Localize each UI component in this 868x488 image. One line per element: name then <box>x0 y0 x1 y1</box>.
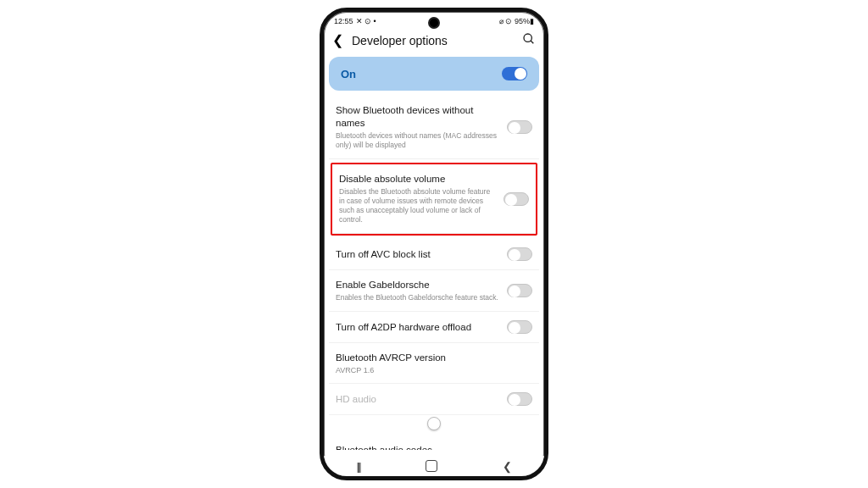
status-left-icons: ✕ ⊙ • <box>356 17 376 25</box>
svg-point-0 <box>524 34 531 42</box>
setting-row-bt-no-names[interactable]: Show Bluetooth devices without namesBlue… <box>329 96 539 159</box>
search-icon[interactable] <box>522 32 536 48</box>
setting-title: HD audio <box>336 393 498 406</box>
toggle-switch[interactable] <box>507 247 532 261</box>
setting-row-a2dp-offload[interactable]: Turn off A2DP hardware offload <box>329 312 539 343</box>
setting-row-hd-audio[interactable]: HD audio <box>329 384 539 415</box>
phone-frame: 12:55 ✕ ⊙ • ⌀ ⊙ 95%▮ ❮ Developer options… <box>320 8 548 480</box>
setting-title: Turn off AVC block list <box>336 248 498 261</box>
master-toggle-label: On <box>341 68 356 80</box>
setting-description: Bluetooth devices without names (MAC add… <box>336 131 498 150</box>
nav-recents-button[interactable]: ||| <box>356 460 359 473</box>
app-header: ❮ Developer options <box>324 27 544 57</box>
nav-home-button[interactable] <box>426 460 437 472</box>
toggle-switch <box>507 392 532 406</box>
setting-row-gabeldorsche[interactable]: Enable GabeldorscheEnables the Bluetooth… <box>329 270 539 312</box>
developer-options-master-toggle[interactable]: On <box>329 57 539 91</box>
nav-bar: ||| ❮ <box>324 456 544 476</box>
setting-row-avrcp[interactable]: Bluetooth AVRCP versionAVRCP 1.6 <box>329 343 539 384</box>
front-camera <box>428 17 440 29</box>
setting-value: AVRCP 1.6 <box>336 366 532 374</box>
nav-back-button[interactable]: ❮ <box>503 460 512 473</box>
setting-row-bt-codec[interactable]: Bluetooth audio codecSBC <box>329 435 539 450</box>
setting-title: Turn off A2DP hardware offload <box>336 321 498 334</box>
setting-row-disable-abs-volume[interactable]: Disable absolute volumeDisables the Blue… <box>332 164 536 234</box>
setting-title: Disable absolute volume <box>339 173 495 186</box>
setting-description: Enables the Bluetooth Gabeldorsche featu… <box>336 293 498 302</box>
setting-title: Show Bluetooth devices without names <box>336 104 498 130</box>
setting-title: Enable Gabeldorsche <box>336 279 498 291</box>
hd-audio-slider <box>329 415 539 435</box>
status-right-icons: ⌀ ⊙ 95%▮ <box>499 17 534 25</box>
setting-row-avc-block[interactable]: Turn off AVC block list <box>329 239 539 270</box>
toggle-switch[interactable] <box>504 192 529 206</box>
page-title: Developer options <box>352 34 514 47</box>
svg-line-1 <box>531 41 533 43</box>
toggle-switch[interactable] <box>507 320 532 334</box>
master-toggle-switch[interactable] <box>502 67 527 80</box>
back-button[interactable]: ❮ <box>332 34 343 47</box>
setting-title: Bluetooth AVRCP version <box>336 352 532 364</box>
settings-list[interactable]: Show Bluetooth devices without namesBlue… <box>324 96 544 450</box>
toggle-switch[interactable] <box>507 284 532 297</box>
setting-title: Bluetooth audio codec <box>336 444 532 450</box>
status-time: 12:55 <box>334 17 353 25</box>
toggle-switch[interactable] <box>507 120 532 134</box>
setting-description: Disables the Bluetooth absolute volume f… <box>339 187 495 225</box>
